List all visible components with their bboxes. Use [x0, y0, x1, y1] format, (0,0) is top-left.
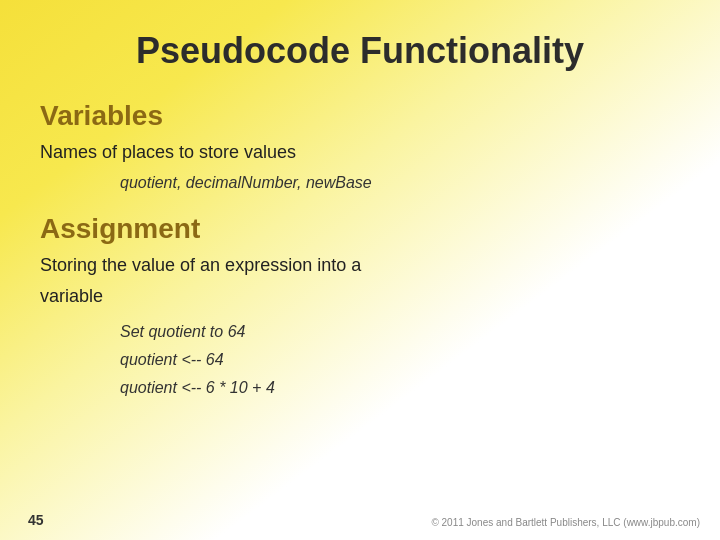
slide: Pseudocode Functionality Variables Names…: [0, 0, 720, 540]
variables-body: Names of places to store values: [40, 140, 680, 165]
variables-example-1: quotient, decimalNumber, newBase: [120, 171, 680, 195]
slide-content: Pseudocode Functionality Variables Names…: [0, 0, 720, 434]
slide-title: Pseudocode Functionality: [40, 20, 680, 72]
copyright-text: © 2011 Jones and Bartlett Publishers, LL…: [431, 517, 700, 528]
assignment-section: Assignment Storing the value of an expre…: [40, 213, 680, 399]
slide-number: 45: [28, 512, 44, 528]
assignment-body-line2: variable: [40, 284, 680, 309]
assignment-body-line1: Storing the value of an expression into …: [40, 253, 680, 278]
variables-section: Variables Names of places to store value…: [40, 100, 680, 195]
assignment-heading: Assignment: [40, 213, 680, 245]
assignment-example-1: Set quotient to 64: [120, 320, 680, 344]
assignment-example-2: quotient <-- 64: [120, 348, 680, 372]
assignment-example-3: quotient <-- 6 * 10 + 4: [120, 376, 680, 400]
variables-heading: Variables: [40, 100, 680, 132]
